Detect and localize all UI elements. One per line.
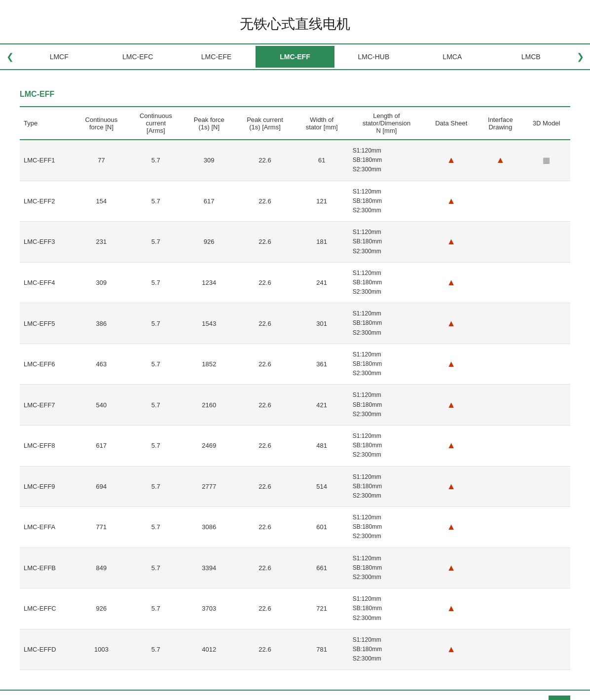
scroll-top-button[interactable]: ∧ xyxy=(549,696,570,700)
cell-interface xyxy=(478,181,522,222)
cell-datasheet[interactable]: ▲ xyxy=(424,262,478,303)
cell-cont-force: 386 xyxy=(74,303,128,344)
col-header-cont-force: Continuousforce [N] xyxy=(74,107,128,140)
cell-peak-force: 3703 xyxy=(183,588,235,629)
cell-3dmodel xyxy=(522,181,570,222)
pdf-icon[interactable]: ▲ xyxy=(447,318,456,328)
cell-cont-current: 5.7 xyxy=(129,303,183,344)
pdf-icon[interactable]: ▲ xyxy=(447,440,456,450)
cell-3dmodel xyxy=(522,547,570,588)
cell-3dmodel xyxy=(522,507,570,548)
cell-width: 601 xyxy=(295,507,349,548)
navigation-bar: ❮ LMCF LMC-EFC LMC-EFE LMC-EFF LMC-HUB L… xyxy=(0,43,590,70)
cell-interface[interactable]: ▲ xyxy=(478,140,522,181)
nav-left-arrow[interactable]: ❮ xyxy=(0,44,20,69)
nav-right-arrow[interactable]: ❯ xyxy=(570,44,590,69)
nav-tab-lmc-efe[interactable]: LMC-EFE xyxy=(177,46,256,68)
nav-tab-lmc-efc[interactable]: LMC-EFC xyxy=(98,46,177,68)
cell-length: S1:120mmSB:180mmS2:300mm xyxy=(349,507,424,548)
cell-datasheet[interactable]: ▲ xyxy=(424,507,478,548)
cell-cont-force: 463 xyxy=(74,344,128,385)
cell-cont-force: 1003 xyxy=(74,629,128,670)
nav-tab-lmca[interactable]: LMCA xyxy=(413,46,491,68)
cell-length: S1:120mmSB:180mmS2:300mm xyxy=(349,547,424,588)
nav-tab-lmc-hub[interactable]: LMC-HUB xyxy=(334,46,413,68)
pdf-icon[interactable]: ▲ xyxy=(447,522,456,532)
cell-peak-force: 2777 xyxy=(183,466,235,507)
pdf-icon[interactable]: ▲ xyxy=(447,277,456,287)
cell-peak-force: 617 xyxy=(183,181,235,222)
cell-cont-force: 154 xyxy=(74,181,128,222)
cell-peak-force: 1543 xyxy=(183,303,235,344)
cell-interface xyxy=(478,629,522,670)
cell-width: 241 xyxy=(295,262,349,303)
cell-interface xyxy=(478,262,522,303)
cell-peak-force: 309 xyxy=(183,140,235,181)
cell-peak-current: 22.6 xyxy=(235,385,295,426)
cell-interface xyxy=(478,385,522,426)
cell-3dmodel xyxy=(522,425,570,466)
table-row: LMC-EFFD10035.7401222.6781S1:120mmSB:180… xyxy=(20,629,570,670)
cell-peak-current: 22.6 xyxy=(235,588,295,629)
nav-tab-lmcf[interactable]: LMCF xyxy=(20,46,98,68)
col-header-interface: InterfaceDrawing xyxy=(478,107,522,140)
table-row: LMC-EFF1775.730922.661S1:120mmSB:180mmS2… xyxy=(20,140,570,181)
table-row: LMC-EFF43095.7123422.6241S1:120mmSB:180m… xyxy=(20,262,570,303)
section-title: LMC-EFF xyxy=(20,90,570,99)
nav-tab-lmc-eff[interactable]: LMC-EFF xyxy=(256,46,334,68)
cell-datasheet[interactable]: ▲ xyxy=(424,547,478,588)
cell-datasheet[interactable]: ▲ xyxy=(424,344,478,385)
cell-width: 721 xyxy=(295,588,349,629)
cell-datasheet[interactable]: ▲ xyxy=(424,466,478,507)
table-row: LMC-EFFB8495.7339422.6661S1:120mmSB:180m… xyxy=(20,547,570,588)
interface-pdf-icon[interactable]: ▲ xyxy=(496,155,505,165)
cell-peak-force: 926 xyxy=(183,222,235,263)
nav-tab-lmcb[interactable]: LMCB xyxy=(492,46,570,68)
pdf-icon[interactable]: ▲ xyxy=(447,236,456,246)
cell-datasheet[interactable]: ▲ xyxy=(424,181,478,222)
pdf-icon[interactable]: ▲ xyxy=(447,603,456,613)
cell-interface xyxy=(478,344,522,385)
cell-width: 301 xyxy=(295,303,349,344)
table-row: LMC-EFF32315.792622.6181S1:120mmSB:180mm… xyxy=(20,222,570,263)
cell-interface xyxy=(478,303,522,344)
col-header-peak-force: Peak force(1s) [N] xyxy=(183,107,235,140)
cell-datasheet[interactable]: ▲ xyxy=(424,629,478,670)
cell-cont-current: 5.7 xyxy=(129,140,183,181)
main-content: LMC-EFF Type Continuousforce [N] Continu… xyxy=(0,70,590,680)
table-row: LMC-EFF64635.7185222.6361S1:120mmSB:180m… xyxy=(20,344,570,385)
pdf-icon[interactable]: ▲ xyxy=(447,563,456,573)
cell-cont-current: 5.7 xyxy=(129,425,183,466)
cell-3dmodel[interactable]: ▦ xyxy=(522,140,570,181)
cell-3dmodel xyxy=(522,303,570,344)
cell-width: 121 xyxy=(295,181,349,222)
3d-model-icon[interactable]: ▦ xyxy=(543,156,550,164)
pdf-icon[interactable]: ▲ xyxy=(447,400,456,410)
cell-datasheet[interactable]: ▲ xyxy=(424,303,478,344)
cell-3dmodel xyxy=(522,262,570,303)
cell-datasheet[interactable]: ▲ xyxy=(424,140,478,181)
cell-interface xyxy=(478,547,522,588)
pdf-icon[interactable]: ▲ xyxy=(447,644,456,654)
cell-length: S1:120mmSB:180mmS2:300mm xyxy=(349,262,424,303)
cell-datasheet[interactable]: ▲ xyxy=(424,588,478,629)
cell-type: LMC-EFFD xyxy=(20,629,74,670)
cell-cont-force: 77 xyxy=(74,140,128,181)
pdf-icon[interactable]: ▲ xyxy=(447,481,456,491)
pdf-icon[interactable]: ▲ xyxy=(447,359,456,369)
col-header-3dmodel: 3D Model xyxy=(522,107,570,140)
cell-datasheet[interactable]: ▲ xyxy=(424,222,478,263)
col-header-type: Type xyxy=(20,107,74,140)
cell-3dmodel xyxy=(522,344,570,385)
page-title: 无铁心式直线电机 xyxy=(0,0,590,43)
cell-cont-current: 5.7 xyxy=(129,507,183,548)
cell-datasheet[interactable]: ▲ xyxy=(424,385,478,426)
pdf-icon[interactable]: ▲ xyxy=(447,155,456,165)
cell-width: 514 xyxy=(295,466,349,507)
cell-cont-force: 849 xyxy=(74,547,128,588)
cell-cont-force: 771 xyxy=(74,507,128,548)
cell-3dmodel xyxy=(522,629,570,670)
cell-datasheet[interactable]: ▲ xyxy=(424,425,478,466)
cell-interface xyxy=(478,507,522,548)
pdf-icon[interactable]: ▲ xyxy=(447,196,456,206)
